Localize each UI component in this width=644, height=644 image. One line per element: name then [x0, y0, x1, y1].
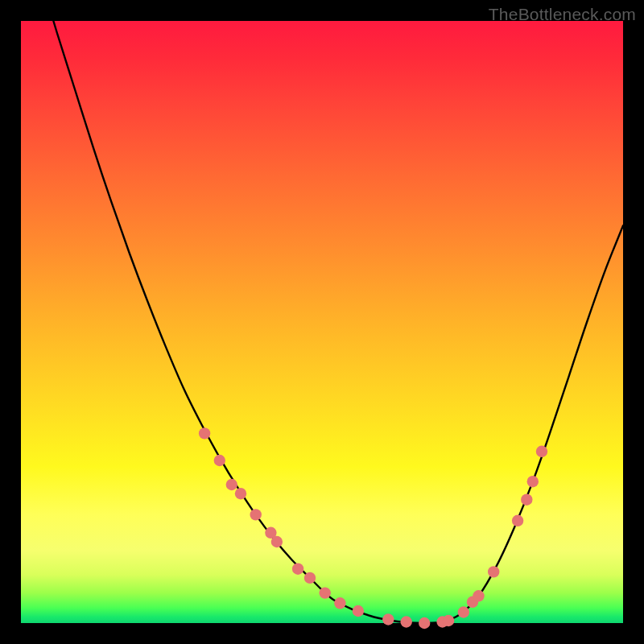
- plot-area: [21, 21, 623, 623]
- curve-marker: [536, 446, 547, 457]
- curve-marker: [419, 617, 430, 629]
- curve-marker: [334, 597, 345, 609]
- curve-marker: [199, 427, 210, 439]
- curve-marker: [382, 613, 394, 625]
- chart-frame: TheBottleneck.com: [0, 0, 644, 644]
- chart-svg: [21, 21, 623, 623]
- watermark-text: TheBottleneck.com: [489, 5, 636, 24]
- curve-marker: [304, 572, 316, 584]
- curve-marker: [226, 479, 237, 490]
- curve-marker: [521, 494, 532, 506]
- curve-marker: [250, 509, 262, 520]
- curve-marker: [443, 615, 454, 626]
- curve-marker: [458, 606, 469, 617]
- curve-marker: [353, 605, 364, 617]
- curve-marker: [473, 590, 484, 601]
- curve-marker: [512, 515, 523, 526]
- curve-marker: [527, 476, 539, 487]
- bottleneck-curve: [21, 0, 623, 623]
- curve-marker: [320, 587, 331, 598]
- curve-marker: [401, 616, 412, 627]
- curve-marker: [488, 566, 499, 577]
- curve-marker: [271, 536, 283, 547]
- curve-marker: [214, 455, 225, 466]
- curve-markers: [199, 427, 547, 629]
- curve-marker: [235, 488, 246, 499]
- curve-marker: [292, 564, 303, 575]
